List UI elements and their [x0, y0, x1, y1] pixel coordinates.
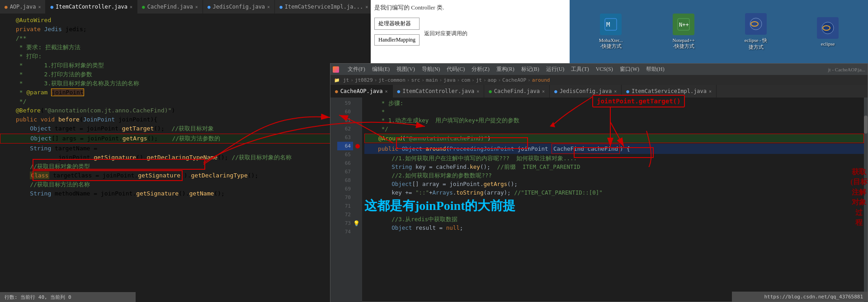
code-line: * 要求: 拦截注解方法: [0, 43, 371, 52]
menu-analyze[interactable]: 分析(Z): [472, 65, 489, 73]
close-icon[interactable]: ×: [130, 5, 132, 9]
code-line: Object[] args = joinPoint.getArgs(); //获…: [0, 134, 371, 144]
code-line: */: [0, 97, 371, 106]
menu-window[interactable]: 窗口(W): [620, 65, 639, 73]
svg-text:M: M: [606, 21, 610, 28]
code-line-66: //1.如何获取用户在注解中填写的内容呢??? 如何获取注解对象....: [364, 154, 864, 163]
tab-label: ItemCatServiceImpl.java: [632, 88, 707, 94]
mobaxterm-icon: M: [600, 14, 622, 35]
close-icon[interactable]: ×: [385, 89, 388, 94]
menu-vcs[interactable]: VCS(S): [596, 66, 613, 73]
breadcrumb-item[interactable]: aop: [488, 77, 497, 83]
breadcrumb-bar: 📁 jt › jt0829 › jt-common › src › main ›…: [330, 75, 868, 85]
desktop-icon-eclipse[interactable]: eclipse: [817, 17, 839, 46]
code-line-68: //2.如何获取目标对象的参数数呢???: [364, 171, 864, 180]
menu-run[interactable]: 运行(U): [546, 65, 565, 73]
close-icon[interactable]: ×: [614, 89, 617, 94]
intellij-logo-icon: [333, 66, 339, 73]
svg-point-4: [750, 18, 762, 30]
right-status-bar: https://blog.csdn.net/qq_43765881: [732, 292, 868, 302]
code-line: private Jedis jedis;: [0, 25, 371, 34]
code-line-big-text: 这都是有joinPoint的大前提: [364, 197, 864, 215]
code-line: @AutoWired: [0, 16, 371, 25]
close-icon[interactable]: ×: [195, 5, 198, 9]
code-line: * 1.打印目标对象的类型: [0, 61, 371, 70]
breadcrumb-item[interactable]: src: [411, 77, 420, 83]
desktop-panel: M MobaXter...-快捷方式 N++ Notepad++-快捷方式 ec…: [570, 0, 868, 63]
status-url: https://blog.csdn.net/qq_43765881: [764, 294, 863, 300]
code-line: String methodName = joinPoint.getSignatu…: [0, 189, 371, 198]
tab-label: ItemCatServiceImpl.ja...: [285, 4, 363, 10]
breadcrumb-item[interactable]: java: [443, 77, 456, 83]
close-icon[interactable]: ×: [267, 5, 270, 9]
menu-code[interactable]: 代码(C): [447, 65, 465, 73]
code-line: //获取目标对象的类型: [0, 162, 371, 171]
close-icon[interactable]: ×: [542, 89, 545, 94]
code-line: * @param joinPoint: [0, 88, 371, 97]
notepadpp-label: Notepad++-快捷方式: [672, 37, 695, 50]
tab-label: ItemCatController.java: [402, 88, 474, 94]
notepadpp-icon: N++: [673, 14, 694, 35]
tab-label: JedisConfig.java: [213, 4, 265, 10]
close-icon[interactable]: ×: [38, 5, 41, 9]
desktop-icon-mobaxterm[interactable]: M MobaXter...-快捷方式: [599, 14, 623, 50]
menu-edit[interactable]: 编辑(E): [372, 65, 390, 73]
tab-itemcatserviceimpl[interactable]: ● ItemCatServiceImpl.ja... ×: [275, 0, 371, 14]
tab-label: CacheFind.java: [147, 4, 193, 10]
breadcrumb-item[interactable]: jt: [476, 77, 482, 83]
code-line: * 2.打印方法的参数: [0, 70, 371, 79]
breadcrumb-current[interactable]: around: [532, 77, 550, 83]
status-location: 行数: 当前行 40, 当前列 0: [5, 294, 71, 301]
annotation-joinpoint-gettarget: jointPoint.getTarget(): [592, 95, 685, 107]
code-line-74: Object result = null;: [364, 223, 864, 232]
breadcrumb-item[interactable]: CacheAOP: [502, 77, 526, 83]
right-code-area: 59 60 61 62 63 64 65 66 67 68 69 70 71 7…: [330, 98, 868, 302]
close-icon[interactable]: ×: [476, 89, 479, 94]
desktop-icon-notepadpp[interactable]: N++ Notepad++-快捷方式: [672, 14, 695, 50]
breadcrumb-item[interactable]: main: [426, 77, 438, 83]
right-tab-cacheaop[interactable]: ● CacheAOP.java ×: [330, 85, 393, 98]
breakpoint-icon: [355, 144, 360, 149]
close-icon[interactable]: ×: [365, 5, 368, 9]
diagram-boxes: 处理器映射器 HandlerMapping: [374, 16, 420, 47]
diagram-content: 处理器映射器 HandlerMapping 返回对应要调用的: [374, 16, 566, 47]
right-tab-cachefind[interactable]: ● CacheFind.java ×: [484, 85, 550, 98]
eclipse-label: eclipse: [821, 41, 835, 46]
svg-text:N++: N++: [679, 22, 689, 28]
breadcrumb-item[interactable]: jt-common: [378, 77, 406, 83]
close-icon[interactable]: ×: [709, 89, 712, 94]
eclipse-shortcut-icon: [745, 13, 767, 35]
breadcrumb-item[interactable]: com: [461, 77, 470, 83]
breadcrumb-item[interactable]: jt: [343, 77, 349, 83]
menu-view[interactable]: 视图(V): [396, 65, 415, 73]
code-line-70: key += "::"+Arrays.toString(array); //"I…: [364, 188, 864, 197]
code-line-60: *: [364, 107, 864, 116]
tab-label: CacheAOP.java: [340, 88, 383, 94]
menu-tools[interactable]: 工具(T): [571, 65, 589, 73]
tab-aop-java[interactable]: ● AOP.java ×: [0, 0, 46, 14]
return-text: 返回对应要调用的: [424, 30, 467, 37]
code-line-62: */: [364, 125, 864, 133]
right-tab-itemcatcontroller[interactable]: ● ItemCatController.java ×: [393, 85, 485, 98]
menu-mark[interactable]: 标记(B): [521, 65, 539, 73]
tab-label: JedisConfig.java: [560, 88, 612, 94]
processor-mapper-box: 处理器映射器: [374, 18, 420, 30]
desktop-icon-eclipse-shortcut[interactable]: eclipse - 快捷方式: [745, 13, 768, 51]
annotation-get-target-process: 获取(目标注解对象过程: [850, 167, 868, 228]
menu-nav[interactable]: 导航(N): [422, 65, 440, 73]
gutter: [330, 98, 337, 302]
tab-jedisconfig[interactable]: ● JedisConfig.java ×: [203, 0, 275, 14]
menu-file[interactable]: 文件(F): [348, 65, 365, 73]
code-line-63: @Around("@annotation(cacheFind)"): [364, 134, 864, 143]
breadcrumb-item[interactable]: jt0829: [355, 77, 373, 83]
tab-itemcat-controller[interactable]: ● ItemCatController.java ×: [46, 0, 137, 14]
code-line: * 打印:: [0, 52, 371, 61]
menu-help[interactable]: 帮助(H): [646, 65, 665, 73]
tab-cachefind[interactable]: ● CacheFind.java ×: [137, 0, 203, 14]
menu-refactor[interactable]: 重构(R): [496, 65, 514, 73]
right-menubar: 文件(F) 编辑(E) 视图(V) 导航(N) 代码(C) 分析(Z) 重构(R…: [330, 64, 868, 75]
scrollbar-thumb[interactable]: [864, 116, 868, 134]
diagram-text: 是我们编写的 Controller 类.: [374, 4, 566, 12]
tab-label: AOP.java: [10, 4, 36, 10]
window-title: jt - CacheAOP.ja...: [828, 67, 865, 72]
